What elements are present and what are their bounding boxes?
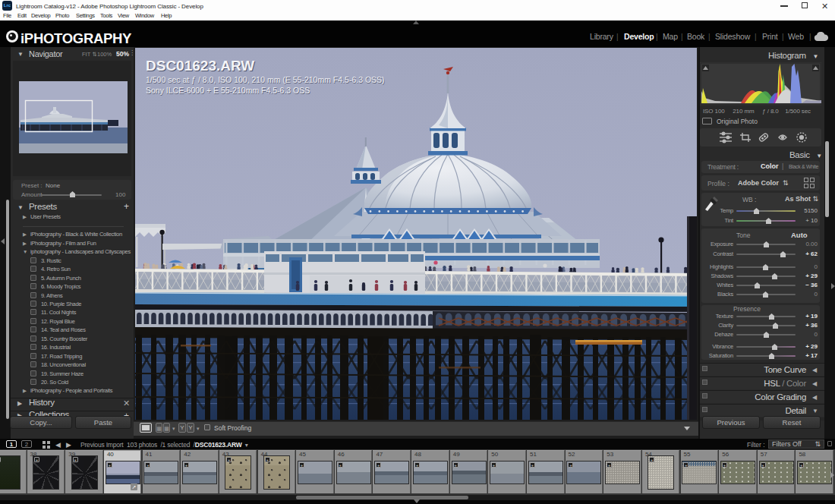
svg-text:Sony ILCE-6000 + E 55-210mm F4: Sony ILCE-6000 + E 55-210mm F4.5-6.3 OSS [146,86,310,95]
svg-text:DSC01623.ARW: DSC01623.ARW [146,58,254,74]
svg-text:1/500 sec at ƒ / 8.0, ISO 100,: 1/500 sec at ƒ / 8.0, ISO 100, 210 mm (E… [146,75,385,84]
